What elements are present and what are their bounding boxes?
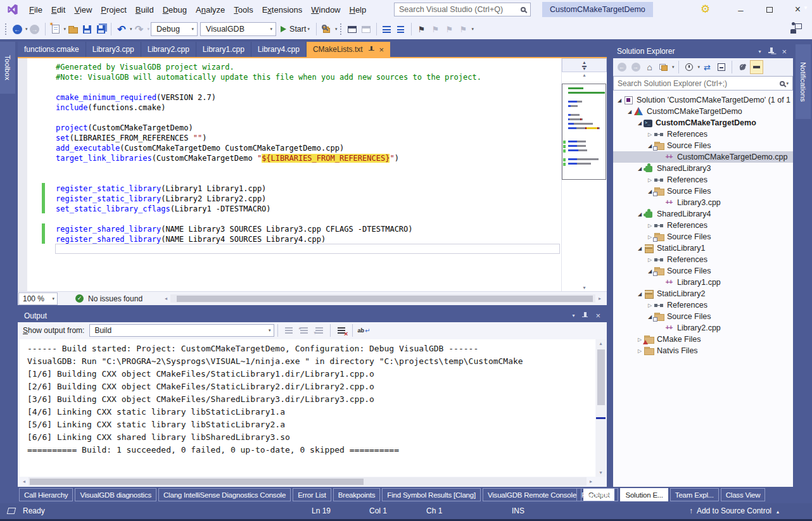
tree-item-customcmaketargetdemo[interactable]: ◢>_CustomCMakeTargetDemo — [613, 117, 793, 129]
document-list-chevron-icon[interactable] — [803, 5, 808, 11]
scroll-left-icon[interactable] — [20, 479, 29, 484]
editor-tab-library2.cpp[interactable]: Library2.cpp — [141, 42, 196, 57]
find-toolbar-overflow[interactable] — [335, 27, 338, 32]
tree-item-library1-cpp[interactable]: ++Library1.cpp — [613, 277, 793, 288]
close-panel-icon[interactable] — [595, 311, 600, 320]
expander-closed-icon[interactable]: ▷ — [646, 177, 654, 183]
menu-project[interactable]: Project — [96, 4, 130, 16]
scrollbar-thumb[interactable] — [177, 296, 593, 302]
navigate-forward-button[interactable] — [28, 22, 42, 36]
menu-tools[interactable]: Tools — [229, 4, 257, 16]
scroll-down-icon[interactable] — [562, 285, 607, 291]
solution-platforms-select[interactable]: VisualGDB — [200, 22, 276, 36]
filter-dropdown[interactable] — [698, 65, 701, 70]
tree-item-source-files[interactable]: ◢Source Files — [613, 265, 793, 277]
split-window-handle[interactable]: ▲▬▼ — [562, 58, 607, 72]
panel-tab-clang-intellisense-diagnostics-console[interactable]: Clang IntelliSense Diagnostics Console — [158, 488, 291, 501]
undo-button[interactable] — [115, 22, 129, 36]
expander-open-icon[interactable]: ◢ — [616, 97, 623, 103]
line-indent-icon-2[interactable] — [394, 22, 408, 36]
menu-debug[interactable]: Debug — [158, 4, 191, 16]
panel-tab-call-hierarchy[interactable]: Call Hierarchy — [19, 488, 73, 501]
pin-tab-icon[interactable] — [369, 46, 374, 53]
redo-dropdown[interactable] — [148, 27, 150, 32]
redo-button[interactable] — [132, 22, 146, 36]
tree-item-sharedlibrary4[interactable]: ◢SharedLibrary4 — [613, 208, 793, 220]
switch-views-icon[interactable] — [657, 60, 670, 74]
menu-file[interactable]: File — [25, 4, 47, 16]
tree-item-source-files[interactable]: ◢Source Files — [613, 185, 793, 197]
open-file-button[interactable] — [66, 22, 80, 36]
tree-item-references[interactable]: ▷References — [613, 254, 793, 265]
tool-window-tab-team-expl[interactable]: Team Expl... — [670, 488, 719, 501]
expander-open-icon[interactable]: ◢ — [626, 109, 633, 115]
start-debugging-button[interactable]: Start — [277, 25, 313, 34]
search-icon[interactable] — [521, 7, 526, 12]
scroll-right-icon[interactable] — [587, 479, 595, 484]
line-indent-icon-1[interactable] — [380, 22, 394, 36]
send-feedback-icon[interactable] — [790, 23, 802, 34]
scroll-up-icon[interactable] — [596, 341, 606, 346]
tree-item-natvis-files[interactable]: ▷Natvis Files — [613, 345, 793, 356]
tree-item-staticlibrary2[interactable]: ◢StaticLibrary2 — [613, 288, 793, 299]
scroll-up-icon[interactable] — [562, 72, 607, 82]
close-panel-icon[interactable] — [782, 47, 787, 56]
tree-item-references[interactable]: ▷References — [613, 129, 793, 140]
find-in-files-button[interactable] — [320, 22, 334, 36]
menu-analyze[interactable]: Analyze — [191, 4, 229, 16]
clear-all-output-icon[interactable] — [334, 324, 349, 337]
window-with-arrow-icon-1[interactable] — [345, 22, 359, 36]
pending-changes-filter-icon[interactable] — [683, 60, 696, 74]
save-all-button[interactable] — [94, 22, 108, 36]
save-button[interactable] — [80, 22, 94, 36]
output-vertical-scrollbar[interactable] — [596, 339, 606, 477]
output-log[interactable]: ------ Build started: Project: CustomCMa… — [20, 339, 595, 477]
expander-closed-icon[interactable]: ▷ — [636, 348, 644, 354]
add-to-source-control-button[interactable]: Add to Source Control — [689, 503, 779, 520]
solution-configurations-select[interactable]: Debug — [151, 22, 198, 36]
panel-tab-visualgdb-diagnostics[interactable]: VisualGDB diagnostics — [75, 488, 156, 501]
close-tab-icon[interactable] — [379, 45, 384, 54]
search-input[interactable]: Search Visual Studio (Ctrl+Q) — [394, 3, 531, 16]
solution-explorer-titlebar[interactable]: Solution Explorer — [613, 44, 793, 58]
panel-tab-breakpoints[interactable]: Breakpoints — [333, 488, 381, 501]
expander-open-icon[interactable]: ◢ — [636, 291, 644, 297]
expander-open-icon[interactable]: ◢ — [636, 166, 644, 172]
window-position-icon[interactable] — [758, 49, 761, 54]
scroll-right-icon[interactable] — [595, 296, 604, 301]
expander-closed-icon[interactable]: ▷ — [646, 257, 654, 263]
preview-selected-items-icon[interactable] — [750, 60, 763, 74]
menu-window[interactable]: Window — [307, 4, 345, 16]
gear-icon[interactable] — [701, 3, 710, 16]
notifications-tab[interactable]: Notifications — [796, 44, 811, 119]
output-horizontal-scrollbar[interactable] — [20, 477, 595, 486]
toggle-word-wrap-icon[interactable]: ab — [356, 324, 371, 337]
menu-help[interactable]: Help — [345, 4, 371, 16]
search-options-dropdown[interactable] — [786, 81, 789, 86]
pin-panel-icon[interactable] — [582, 312, 588, 320]
menu-extensions[interactable]: Extensions — [258, 4, 307, 16]
minimap-scrollbar[interactable]: ▲▬▼ — [561, 58, 607, 291]
tree-item-staticlibrary1[interactable]: ◢StaticLibrary1 — [613, 242, 793, 254]
expander-closed-icon[interactable]: ▷ — [646, 132, 654, 137]
expander-open-icon[interactable]: ◢ — [636, 120, 644, 126]
navigate-backward-button[interactable] — [10, 22, 24, 36]
minimize-button[interactable] — [726, 0, 755, 19]
scroll-down-icon[interactable] — [596, 470, 606, 475]
scrollbar-thumb[interactable] — [597, 349, 605, 405]
output-panel-titlebar[interactable]: Output — [18, 309, 607, 322]
toolbox-tab[interactable]: Toolbox — [0, 42, 15, 94]
output-source-select[interactable]: Build — [89, 324, 274, 337]
tree-item-sharedlibrary3[interactable]: ◢SharedLibrary3 — [613, 163, 793, 174]
new-project-button[interactable] — [49, 22, 63, 36]
tool-window-tab-properties[interactable]: Properties — [576, 488, 618, 501]
scroll-left-icon[interactable] — [162, 296, 170, 301]
tree-item-source-files[interactable]: ▷Source Files — [613, 231, 793, 242]
tree-item-source-files[interactable]: ◢Source Files — [613, 311, 793, 322]
editor-tab-library4.cpp[interactable]: Library4.cpp — [251, 42, 307, 57]
editor-tab-functions.cmake[interactable]: functions.cmake — [18, 42, 86, 57]
expander-closed-icon[interactable]: ▷ — [646, 223, 654, 229]
properties-wrench-icon[interactable] — [736, 60, 749, 74]
tool-window-tab-solution-e[interactable]: Solution E... — [620, 488, 668, 501]
pin-panel-icon[interactable] — [768, 47, 774, 55]
